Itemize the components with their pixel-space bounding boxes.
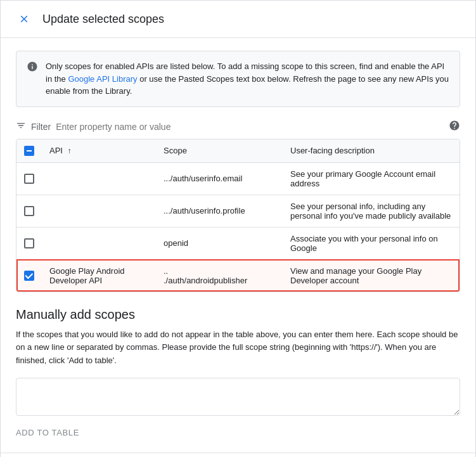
table-row: .../auth/userinfo.profile See your perso… [16,195,460,227]
manual-section-desc: If the scopes that you would like to add… [16,328,460,368]
close-button[interactable] [16,11,32,27]
scope-cell-4: .. ./auth/androidpublisher [156,259,283,292]
api-column-header: API ↑ [42,139,156,163]
row-checkbox-2[interactable] [24,206,34,216]
desc-cell-4: View and manage your Google Play Develop… [283,259,460,292]
manual-section-title: Manually add scopes [16,307,460,322]
table-row-highlighted: Google Play Android Developer API .. ./a… [16,259,460,292]
api-library-link[interactable]: Google API Library [68,74,137,84]
scopes-table: API ↑ Scope User-facing description [16,139,460,292]
scope-cell-1: .../auth/userinfo.email [156,162,283,195]
desc-cell-2: See your personal info, including any pe… [283,195,460,227]
info-text: Only scopes for enabled APIs are listed … [46,60,449,98]
desc-cell-3: Associate you with your personal info on… [283,227,460,259]
scope-column-header: Scope [156,139,283,163]
sort-icon: ↑ [68,146,72,155]
dialog-footer: UPDATE [1,453,475,457]
api-cell-1 [42,162,156,195]
row-checkbox-3[interactable] [24,238,34,248]
manual-add-section: Manually add scopes If the scopes that y… [16,307,460,440]
desc-cell-1: See your primary Google Account email ad… [283,162,460,195]
select-all-checkbox[interactable] [24,146,34,156]
row-checkbox-1[interactable] [24,174,34,184]
scope-cell-2: .../auth/userinfo.profile [156,195,283,227]
scope-cell-3: openid [156,227,283,259]
row-checkbox-4[interactable] [24,271,34,281]
table-row: .../auth/userinfo.email See your primary… [16,162,460,195]
info-box: Only scopes for enabled APIs are listed … [16,51,460,107]
filter-label: Filter [31,122,51,132]
info-icon [27,61,38,98]
api-cell-3 [42,227,156,259]
manual-scopes-textarea[interactable] [16,378,460,416]
help-icon[interactable] [449,120,460,134]
table-row: openid Associate you with your personal … [16,227,460,259]
filter-input[interactable] [56,122,444,132]
add-to-table-button[interactable]: ADD TO TABLE [16,425,79,440]
filter-row: Filter [16,120,460,134]
dialog-title: Update selected scopes [42,13,164,26]
description-column-header: User-facing description [283,139,460,163]
api-cell-2 [42,195,156,227]
filter-icon [16,120,26,133]
api-cell-4: Google Play Android Developer API [42,259,156,292]
